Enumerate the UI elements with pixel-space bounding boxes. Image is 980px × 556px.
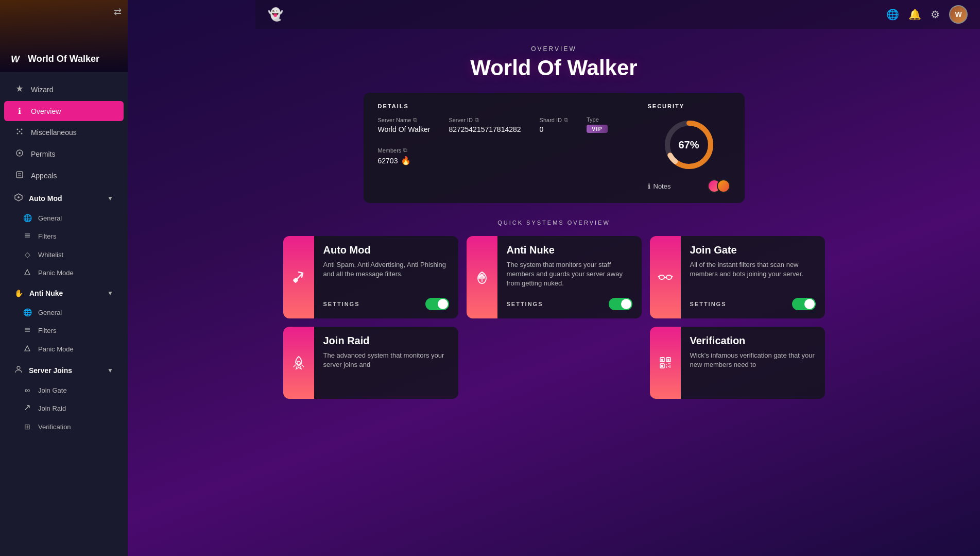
antinuke-general-icon: 🌐 [23, 308, 32, 316]
server-name-label: Server Name ⧉ [378, 116, 431, 123]
sidebar-item-permits[interactable]: Permits [4, 144, 124, 164]
antinuke-card-title: Anti Nuke [507, 244, 632, 256]
automod-toggle-knob [438, 299, 448, 309]
notes-button[interactable]: ℹ Notes [648, 182, 671, 190]
sidebar-item-antinuke-panic[interactable]: Panic Mode [4, 340, 124, 358]
automod-section-label: Auto Mod [29, 194, 62, 203]
globe-icon[interactable]: 🌐 [886, 8, 899, 21]
automod-chevron: ▼ [107, 195, 113, 202]
sidebar-item-antinuke-filters[interactable]: Filters [4, 322, 124, 340]
sidebar-item-miscellaneous[interactable]: Miscellaneous [4, 122, 124, 143]
sidebar-item-joinraid[interactable]: Join Raid [4, 399, 124, 417]
antinuke-filters-icon [23, 326, 32, 335]
antinuke-section-label: Anti Nuke [29, 289, 63, 297]
joingate-settings-label[interactable]: SETTINGS [690, 301, 727, 307]
svg-line-28 [672, 276, 673, 277]
svg-rect-35 [661, 365, 663, 367]
sidebar-item-verification[interactable]: ⊞ Verification [4, 418, 124, 435]
automod-whitelist-icon: ◇ [23, 250, 32, 259]
sidebar-item-overview[interactable]: ℹ Overview [4, 101, 124, 121]
sidebar-item-appeals[interactable]: Appeals [4, 165, 124, 186]
vip-badge: VIP [587, 125, 608, 133]
bell-icon[interactable]: 🔔 [908, 8, 921, 21]
sidebar: ⇄ W World Of Walker Wizard ℹ Overview [0, 0, 128, 556]
verification-accent [650, 327, 681, 399]
shard-id-copy[interactable]: ⧉ [564, 116, 568, 123]
joingate-icon: ∞ [23, 386, 32, 394]
svg-point-3 [17, 133, 19, 134]
sidebar-item-automod-general[interactable]: 🌐 General [4, 209, 124, 227]
wizard-label: Wizard [31, 86, 54, 94]
sidebar-section-antinuke[interactable]: ✋ Anti Nuke ▼ [4, 284, 124, 302]
main-content: 👻 🌐 🔔 ⚙ W OVERVIEW World Of Walker DETAI… [128, 0, 980, 556]
system-card-verification: Verification Wick's infamous verificatio… [650, 327, 825, 399]
misc-icon [14, 127, 25, 138]
joingate-toggle[interactable] [792, 298, 816, 310]
joinraid-card-desc: The advanced system that monitors your s… [323, 351, 449, 391]
security-title: SECURITY [648, 103, 685, 109]
serverjoins-icon [14, 365, 23, 375]
overview-label: Overview [31, 107, 61, 115]
appeals-icon [14, 171, 25, 181]
svg-line-27 [658, 276, 659, 277]
joingate-label: Join Gate [38, 386, 67, 394]
details-title: DETAILS [378, 103, 635, 109]
members-copy[interactable]: ⧉ [403, 147, 407, 154]
server-name-copy[interactable]: ⧉ [413, 116, 417, 123]
svg-point-11 [18, 196, 20, 198]
avatar-2 [717, 179, 730, 193]
antinuke-toggle-knob [621, 299, 631, 309]
automod-toggle[interactable] [425, 298, 449, 310]
type-value: VIP [587, 125, 608, 133]
sidebar-item-automod-panic[interactable]: Panic Mode [4, 264, 124, 282]
details-card: DETAILS Server Name ⧉ World Of Walker Se… [364, 93, 745, 203]
automod-settings-label[interactable]: SETTINGS [323, 301, 360, 307]
antinuke-toggle[interactable] [609, 298, 632, 310]
misc-label: Miscellaneous [31, 128, 77, 137]
sidebar-item-antinuke-general[interactable]: 🌐 General [4, 304, 124, 321]
sidebar-item-wizard[interactable]: Wizard [4, 79, 124, 100]
verification-icon: ⊞ [23, 423, 32, 431]
automod-panic-label: Panic Mode [38, 269, 74, 277]
sidebar-item-automod-whitelist[interactable]: ◇ Whitelist [4, 246, 124, 263]
sidebar-server-name: World Of Walker [28, 54, 99, 64]
ghost-icon: 👻 [268, 7, 283, 22]
avatar-stack [708, 179, 730, 193]
automod-whitelist-label: Whitelist [38, 251, 63, 259]
notes-row: ℹ Notes [648, 179, 730, 193]
antinuke-general-label: General [38, 309, 62, 316]
antinuke-section-icon: ✋ [14, 289, 23, 297]
avatar[interactable]: W [949, 5, 968, 24]
quick-systems-label: QUICK SYSTEMS OVERVIEW [128, 220, 980, 226]
server-id-copy[interactable]: ⧉ [475, 116, 479, 123]
sidebar-item-automod-filters[interactable]: Filters [4, 227, 124, 245]
antinuke-panic-label: Panic Mode [38, 345, 74, 353]
empty-slot [467, 327, 642, 399]
joingate-accent [650, 236, 681, 318]
svg-text:W: W [11, 54, 21, 64]
shard-id-value: 0 [540, 125, 568, 133]
gear-icon[interactable]: ⚙ [931, 8, 940, 21]
swap-icon[interactable]: ⇄ [114, 6, 122, 18]
system-card-antinuke: Anti Nuke The system that monitors your … [467, 236, 642, 318]
notes-info-icon: ℹ [648, 182, 650, 190]
members-label: Members ⧉ [378, 147, 411, 154]
notes-label: Notes [654, 182, 671, 190]
serverjoins-label: Server Joins [29, 366, 72, 375]
sidebar-logo: W [8, 52, 23, 66]
systems-grid-bottom: Join Raid The advanced system that monit… [271, 327, 837, 415]
sidebar-item-joingate[interactable]: ∞ Join Gate [4, 381, 124, 399]
joingate-toggle-knob [804, 299, 815, 309]
type-label: Type [587, 116, 608, 123]
system-card-automod: Auto Mod Anti Spam, Anti Advertising, An… [283, 236, 458, 318]
system-card-joingate: Join Gate All of the instant filters tha… [650, 236, 825, 318]
automod-filters-label: Filters [38, 232, 56, 240]
sidebar-section-automod[interactable]: Auto Mod ▼ [4, 188, 124, 208]
verification-card-desc: Wick's infamous verification gate that y… [690, 351, 816, 391]
overview-label: OVERVIEW [128, 45, 980, 53]
antinuke-settings-label[interactable]: SETTINGS [507, 301, 543, 307]
sidebar-section-serverjoins[interactable]: Server Joins ▼ [4, 360, 124, 380]
server-id-label: Server ID ⧉ [449, 116, 521, 123]
permits-icon [14, 149, 25, 159]
antinuke-filters-label: Filters [38, 327, 56, 334]
